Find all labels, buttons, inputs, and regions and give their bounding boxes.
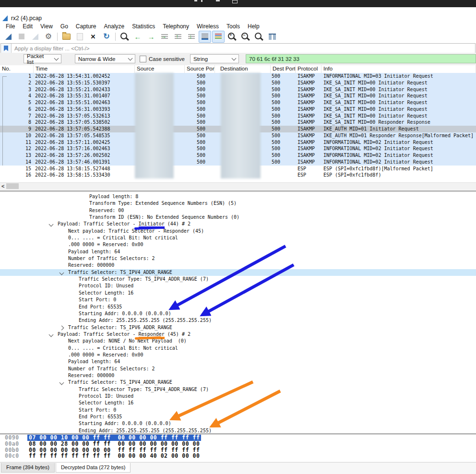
- go-back-button[interactable]: ←: [131, 31, 144, 43]
- go-forward-button[interactable]: →: [145, 31, 157, 43]
- detail-line[interactable]: Next payload: NONE / No Next Payload (0): [0, 338, 476, 344]
- packet-list-hscrollbar[interactable]: <: [0, 182, 476, 190]
- detail-line[interactable]: .000 0000 = Reserved: 0x00: [0, 241, 476, 248]
- detail-line[interactable]: Traffic Selector: TS_IPV4_ADDR_RANGE: [0, 379, 476, 386]
- menu-capture[interactable]: Capture: [72, 23, 100, 30]
- detail-line[interactable]: Reserved: 000000: [0, 262, 476, 269]
- detail-line[interactable]: Number of Traffic Selectors: 2: [0, 366, 476, 372]
- go-last-button[interactable]: [185, 31, 198, 43]
- menu-edit[interactable]: Edit: [19, 23, 36, 30]
- packet-cell: 2022-06-28 13:57:05.542388: [34, 126, 135, 132]
- collapse-icon[interactable]: [49, 332, 54, 337]
- detail-line[interactable]: Start Port: 0: [0, 296, 476, 303]
- menu-telephony[interactable]: Telephony: [159, 23, 193, 30]
- go-to-packet-button[interactable]: [158, 31, 171, 43]
- detail-line[interactable]: Number of Traffic Selectors: 2: [0, 255, 476, 262]
- detail-line[interactable]: Protocol ID: Unused: [0, 393, 476, 400]
- scroll-left-icon[interactable]: <: [1, 183, 4, 189]
- detail-line[interactable]: 0... .... = Critical Bit: Not critical: [0, 345, 476, 352]
- zoom-out-button[interactable]: −: [239, 31, 251, 43]
- detail-line[interactable]: Payload length: 64: [0, 249, 476, 255]
- open-file-button[interactable]: [60, 31, 72, 43]
- find-packet-button[interactable]: [118, 31, 131, 43]
- collapse-icon[interactable]: [49, 222, 54, 227]
- auto-scroll-button[interactable]: [199, 31, 211, 43]
- detail-line[interactable]: Traffic Selector Type: TS_IPV4_ADDR_RANG…: [0, 386, 476, 393]
- menu-analyze[interactable]: Analyze: [100, 23, 129, 30]
- detail-line[interactable]: Selector Length: 16: [0, 400, 476, 406]
- detail-line[interactable]: Transform ID (ESN): No Extended Sequence…: [0, 214, 476, 221]
- resize-columns-button[interactable]: [266, 31, 278, 43]
- detail-line[interactable]: Reserved: 00: [0, 207, 476, 214]
- column-header-time[interactable]: Time: [34, 65, 135, 73]
- detail-line[interactable]: Payload length: 8: [0, 193, 476, 200]
- collapse-icon[interactable]: [60, 270, 64, 275]
- menu-go[interactable]: Go: [57, 23, 72, 30]
- menu-view[interactable]: View: [36, 23, 57, 30]
- menu-file[interactable]: File: [2, 23, 19, 30]
- detail-line[interactable]: Traffic Selector: TS_IPV4_ADDR_RANGE: [0, 269, 476, 276]
- capture-options-button[interactable]: ⚙: [42, 31, 55, 43]
- hex-bytes[interactable]: ff ff ff ff ff ff ff ff 00 00 00 40 02 0…: [27, 453, 201, 459]
- case-sensitive-checkbox[interactable]: [140, 56, 146, 62]
- collapse-icon[interactable]: [60, 380, 64, 385]
- detail-line[interactable]: Ending Addr: 255.255.255.255 (255.255.25…: [0, 317, 476, 324]
- stop-capture-button[interactable]: [15, 31, 28, 43]
- go-first-button[interactable]: [172, 31, 184, 43]
- detail-line[interactable]: Traffic Selector Type: TS_IPV4_ADDR_RANG…: [0, 276, 476, 283]
- column-header-source[interactable]: Source: [135, 65, 185, 73]
- detail-line[interactable]: Start Port: 0: [0, 407, 476, 414]
- hex-bytes[interactable]: 08 00 00 28 00 00 ff ff 00 00 00 00 00 0…: [27, 441, 201, 447]
- expand-icon[interactable]: [60, 325, 64, 330]
- detail-line[interactable]: Reserved: 000000: [0, 372, 476, 379]
- column-header-destination[interactable]: Destination: [215, 65, 271, 73]
- reload-file-button[interactable]: ↻: [100, 31, 113, 43]
- detail-line[interactable]: End Port: 65535: [0, 304, 476, 310]
- menu-statistics[interactable]: Statistics: [128, 23, 159, 30]
- column-header-dest-port[interactable]: Dest Port: [271, 65, 296, 73]
- column-header-protocol[interactable]: Protocol: [296, 65, 321, 73]
- detail-line[interactable]: Payload: Traffic Selector - Initiator (4…: [0, 221, 476, 227]
- hex-row-00c0[interactable]: 00c0ff ff ff ff ff ff ff ff 00 00 00 40 …: [0, 453, 476, 459]
- menu-wireless[interactable]: Wireless: [193, 23, 223, 30]
- colorize-button[interactable]: [212, 31, 225, 43]
- detail-line[interactable]: Selector Length: 16: [0, 290, 476, 296]
- detail-line[interactable]: Protocol ID: Unused: [0, 283, 476, 289]
- byte-tab-frame[interactable]: Frame (394 bytes): [1, 463, 55, 473]
- hex-row-00a0[interactable]: 00a008 00 00 28 00 00 ff ff 00 00 00 00 …: [0, 441, 476, 447]
- hex-row-0090[interactable]: 009007 00 00 10 00 00 ff ff 00 00 00 00 …: [0, 435, 476, 441]
- start-capture-icon: [5, 34, 12, 40]
- detail-line[interactable]: End Port: 65535: [0, 414, 476, 420]
- column-header-info[interactable]: Info: [321, 65, 476, 73]
- hscrollbar-thumb[interactable]: [6, 183, 19, 189]
- detail-line[interactable]: Transform Type: Extended Sequence Number…: [0, 200, 476, 207]
- detail-line[interactable]: Next payload: Traffic Selector - Respond…: [0, 228, 476, 235]
- search-scope-select[interactable]: Packet list: [24, 54, 61, 63]
- detail-line[interactable]: Starting Addr: 0.0.0.0 (0.0.0.0): [0, 420, 476, 427]
- zoom-in-button[interactable]: +: [226, 31, 238, 43]
- restart-capture-button[interactable]: [29, 31, 41, 43]
- display-filter-input[interactable]: Apply a display filter ... <Ctrl-/>: [12, 46, 90, 51]
- detail-line[interactable]: .000 0000 = Reserved: 0x00: [0, 352, 476, 358]
- menu-help[interactable]: Help: [244, 23, 263, 30]
- detail-line[interactable]: Payload: Traffic Selector - Responder (4…: [0, 331, 476, 338]
- close-file-button[interactable]: ✕: [87, 31, 99, 43]
- search-charwidth-select[interactable]: Narrow & Wide: [75, 54, 135, 63]
- hex-bytes[interactable]: 07 00 00 10 00 00 ff ff 00 00 00 00 ff f…: [27, 435, 201, 441]
- menu-tools[interactable]: Tools: [223, 23, 244, 30]
- display-filter-bar[interactable]: Apply a display filter ... <Ctrl-/>: [0, 43, 476, 53]
- search-input[interactable]: 70 61 6c 6f 31 32 33: [246, 54, 476, 63]
- save-file-button[interactable]: [73, 31, 86, 43]
- detail-line[interactable]: Traffic Selector: TS_IPV6_ADDR_RANGE: [0, 324, 476, 331]
- column-header-source-port[interactable]: Source Port: [185, 65, 215, 73]
- search-type-select[interactable]: String: [190, 54, 239, 63]
- detail-line[interactable]: Starting Addr: 0.0.0.0 (0.0.0.0): [0, 310, 476, 317]
- detail-line[interactable]: 0... .... = Critical Bit: Not critical: [0, 235, 476, 241]
- start-capture-button[interactable]: [2, 31, 14, 43]
- filter-bookmark-button[interactable]: [1, 44, 12, 53]
- colorize-icon: [215, 34, 222, 39]
- zoom-reset-button[interactable]: [252, 31, 265, 43]
- detail-line[interactable]: Payload length: 64: [0, 358, 476, 365]
- byte-tab-decrypted[interactable]: Decrypted Data (272 bytes): [56, 463, 131, 473]
- column-header-no[interactable]: No.: [0, 65, 34, 73]
